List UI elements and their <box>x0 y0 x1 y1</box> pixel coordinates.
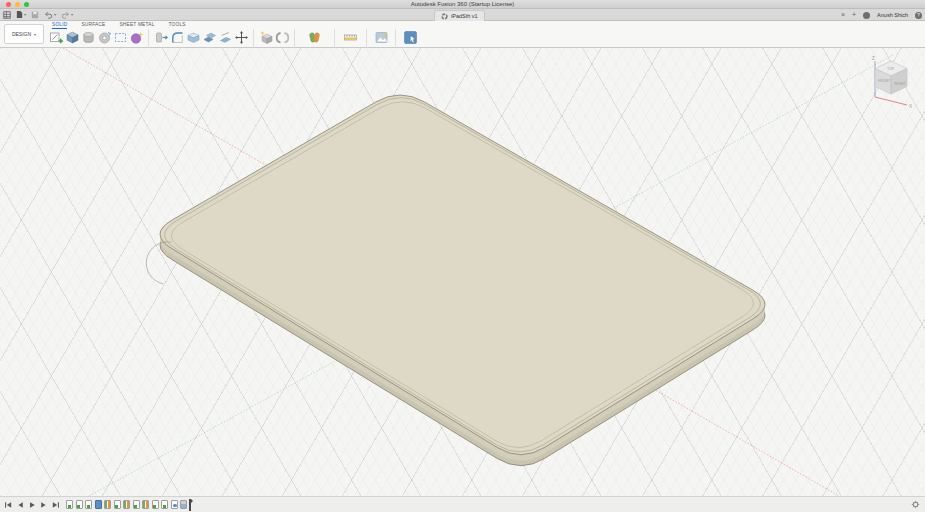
tab-tools[interactable]: TOOLS <box>169 21 186 29</box>
timeline-feature-sketch[interactable] <box>161 500 168 510</box>
timeline-feature-sketch[interactable] <box>114 500 121 510</box>
fusion360-window: Autodesk Fusion 360 (Startup License) ▾ … <box>0 0 925 512</box>
model-viewport[interactable]: Z X TOP FRONT RIGHT <box>0 48 925 496</box>
create-form-icon[interactable] <box>128 30 144 46</box>
tab-surface[interactable]: SURFACE <box>81 21 105 29</box>
help-icon[interactable]: ? <box>915 12 922 19</box>
timeline-feature-fillet[interactable] <box>104 500 111 510</box>
timeline-feature-sketch[interactable] <box>152 500 159 510</box>
workspace-selector-button[interactable]: DESIGN ▾ <box>4 24 44 44</box>
tab-controls: × + Anush Shich ? <box>841 9 922 21</box>
create-revolve-icon[interactable] <box>96 30 112 46</box>
select-icon[interactable] <box>403 30 419 46</box>
fillet-icon[interactable] <box>169 30 185 46</box>
timeline-features <box>66 500 187 510</box>
viewcube-x-axis <box>875 97 907 105</box>
tab-sheet-metal[interactable]: SHEET METAL <box>119 21 154 29</box>
timeline-feature-sketch[interactable] <box>76 500 83 510</box>
ribbon-tab-strip: SOLID SURFACE SHEET METAL TOOLS <box>52 21 186 29</box>
tab-solid[interactable]: SOLID <box>52 21 67 29</box>
play-icon[interactable] <box>28 501 36 509</box>
timeline-settings <box>911 500 920 509</box>
viewcube-right-label: RIGHT <box>895 82 907 86</box>
create-cylinder-icon[interactable] <box>80 30 96 46</box>
measure-icon[interactable] <box>343 30 359 46</box>
user-account-button[interactable]: Anush Shich <box>877 12 908 18</box>
move-icon[interactable] <box>233 30 249 46</box>
gear-icon[interactable] <box>911 500 920 509</box>
create-sketch-icon[interactable] <box>48 30 64 46</box>
timeline-feature-fillet[interactable] <box>142 500 149 510</box>
quick-access-toolbar: ▾ ▾ ▾ <box>3 10 73 19</box>
step-forward-icon[interactable] <box>40 501 48 509</box>
title-bar: Autodesk Fusion 360 (Startup License) <box>0 0 925 9</box>
skip-to-end-icon[interactable] <box>52 501 60 509</box>
data-panel-icon[interactable] <box>3 11 11 19</box>
step-back-icon[interactable] <box>16 501 24 509</box>
timeline-playback-controls <box>0 501 66 509</box>
fusion-document-icon <box>441 13 448 20</box>
timeline-bar <box>0 496 925 512</box>
insert-canvas-icon[interactable] <box>373 30 389 46</box>
offset-face-icon[interactable] <box>217 30 233 46</box>
viewcube-top-label: TOP <box>887 67 895 71</box>
redo-icon[interactable]: ▾ <box>61 11 73 19</box>
create-sketch-dimension-icon[interactable] <box>112 30 128 46</box>
new-component-icon[interactable] <box>258 30 274 46</box>
save-icon[interactable] <box>31 11 39 19</box>
scene-3d <box>0 48 925 496</box>
z-axis-label: Z <box>872 56 875 61</box>
timeline-feature-hole[interactable] <box>171 500 178 510</box>
x-axis-label: X <box>909 104 912 109</box>
model-top-face[interactable] <box>160 95 765 455</box>
new-document-tab-icon[interactable]: + <box>852 9 856 21</box>
timeline-feature-form[interactable] <box>180 500 187 510</box>
window-title: Autodesk Fusion 360 (Startup License) <box>0 0 925 9</box>
undo-icon[interactable]: ▾ <box>44 11 56 19</box>
timeline-playhead[interactable] <box>189 499 191 511</box>
timeline-feature-fillet[interactable] <box>123 500 130 510</box>
timeline-feature-sketch[interactable] <box>66 500 73 510</box>
timeline-feature-sketch[interactable] <box>85 500 92 510</box>
timeline-feature-extrude[interactable] <box>95 500 102 510</box>
close-document-icon[interactable]: × <box>841 9 845 21</box>
viewcube-front-label: FRONT <box>878 79 891 83</box>
create-box-icon[interactable] <box>64 30 80 46</box>
shell-icon[interactable] <box>185 30 201 46</box>
construct-plane-icon[interactable] <box>307 30 323 46</box>
view-cube[interactable]: Z X TOP FRONT RIGHT <box>861 53 919 111</box>
skip-to-start-icon[interactable] <box>4 501 12 509</box>
joint-icon[interactable] <box>274 30 290 46</box>
timeline-feature-sketch[interactable] <box>133 500 140 510</box>
job-status-icon[interactable] <box>863 12 870 19</box>
file-menu-icon[interactable]: ▾ <box>16 10 26 19</box>
document-tab-bar: ▾ ▾ ▾ iPadSth v1 × + Anush Shich <box>0 9 925 21</box>
combine-icon[interactable] <box>201 30 217 46</box>
ribbon-toolbar: DESIGN ▾ SOLID SURFACE SHEET METAL TOOLS <box>0 21 925 48</box>
press-pull-icon[interactable] <box>153 30 169 46</box>
document-tab[interactable]: iPadSth v1 <box>434 10 485 21</box>
document-tab-label: iPadSth v1 <box>451 13 478 19</box>
